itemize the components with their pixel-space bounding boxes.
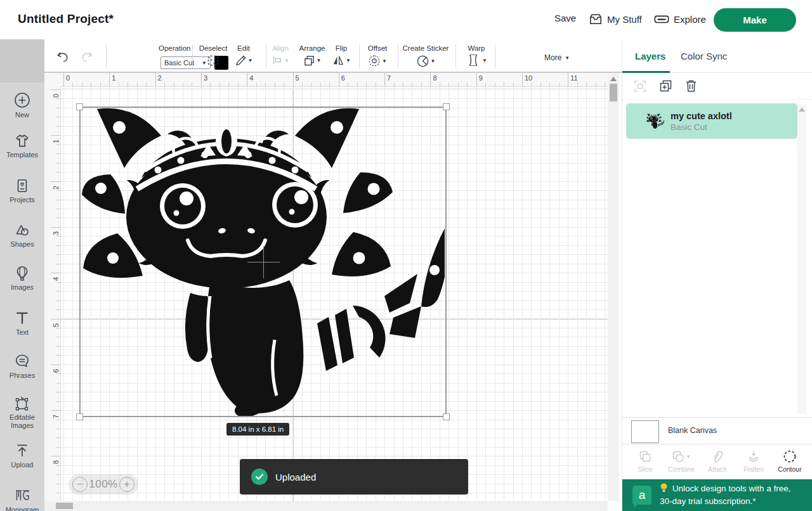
save-button[interactable]: Save: [554, 13, 576, 23]
crosshair-cursor: [247, 246, 280, 278]
layer-tools-row: Slice ▼ Combine Attach Flatten: [622, 444, 812, 479]
ruler-tick: [265, 82, 266, 86]
create-sticker-button[interactable]: Create Sticker ▼: [397, 39, 454, 68]
sidebar-item-shapes[interactable]: Shapes: [0, 222, 44, 249]
inbox-icon: [589, 13, 603, 25]
tab-layers[interactable]: Layers: [635, 51, 665, 61]
h-ruler-number: 11: [570, 74, 577, 82]
offset-icon: [368, 55, 381, 67]
ruler-tick: [247, 73, 247, 86]
ruler-tick: [56, 200, 60, 200]
explore-button[interactable]: Explore: [654, 13, 706, 25]
ruler-tick: [91, 82, 91, 86]
plus-circle-icon: [0, 91, 44, 109]
warp-button[interactable]: Warp ▼: [458, 39, 495, 66]
attach-button: Attach: [701, 444, 734, 479]
blank-canvas-swatch[interactable]: [631, 420, 659, 443]
ruler-tick: [605, 82, 605, 86]
v-ruler-number: 7: [52, 411, 60, 422]
ruler-tick: [56, 328, 60, 328]
check-circle-icon: [251, 469, 268, 485]
v-ruler-number: 6: [52, 366, 60, 376]
ruler-tick: [56, 437, 60, 438]
uploaded-toast: Uploaded: [240, 459, 468, 495]
tab-color-sync[interactable]: Color Sync: [681, 51, 727, 61]
speech-bubble-icon: [0, 353, 44, 370]
edit-button[interactable]: Edit ▼: [226, 39, 261, 67]
zoom-out-button[interactable]: −: [72, 477, 88, 492]
sidebar-item-new[interactable]: New: [0, 91, 44, 119]
contour-button[interactable]: Contour: [773, 444, 806, 479]
ruler-tick: [596, 82, 596, 86]
sidebar-item-monogram[interactable]: Monogram: [0, 488, 44, 511]
panel-scrollbar[interactable]: [797, 103, 806, 414]
project-card-icon: [0, 178, 44, 194]
duplicate-icon[interactable]: [659, 79, 672, 93]
ruler-tick: [100, 82, 101, 86]
ruler-tick: [128, 82, 128, 86]
layer-row[interactable]: my cute axlotl Basic Cut: [626, 103, 797, 139]
ruler-tick: [51, 365, 60, 365]
ruler-tick: [366, 82, 367, 86]
ruler-tick: [155, 73, 156, 86]
trash-icon[interactable]: [685, 79, 697, 93]
ruler-tick: [137, 82, 138, 86]
canvas-vertical-scrollbar[interactable]: [608, 73, 619, 501]
ruler-tick: [56, 373, 60, 374]
operation-label: Operation: [159, 44, 191, 52]
ruler-tick: [586, 82, 587, 86]
upload-arrow-icon: [0, 443, 44, 459]
ruler-tick: [513, 82, 514, 86]
project-title: Untitled Project*: [18, 12, 114, 26]
h-ruler-number: 7: [387, 74, 391, 82]
sidebar-item-upload[interactable]: Upload: [0, 443, 44, 469]
ruler-tick: [219, 82, 220, 86]
zoom-control: − 100% +: [69, 474, 138, 495]
ruler-tick: [504, 82, 504, 86]
ruler-tick: [119, 82, 119, 86]
v-ruler-number: 1: [52, 136, 60, 146]
flip-button[interactable]: Flip ▼: [325, 39, 358, 66]
ruler-tick: [357, 82, 358, 86]
ruler-tick: [56, 282, 60, 283]
ruler-tick: [56, 474, 60, 475]
sidebar-item-projects[interactable]: Projects: [0, 178, 44, 204]
v-ruler-number: 2: [52, 183, 60, 193]
ruler-tick: [56, 309, 60, 310]
canvas-horizontal-scrollbar[interactable]: [44, 501, 608, 511]
vertical-scroll-thumb[interactable]: [610, 84, 617, 101]
h-ruler-number: 2: [158, 74, 162, 82]
ruler-tick: [164, 82, 165, 86]
ruler-tick: [458, 82, 459, 86]
canvas-area[interactable]: 01234567891011 012345678: [44, 73, 608, 501]
combine-button: ▼ Combine: [665, 444, 698, 479]
undo-icon[interactable]: [56, 51, 70, 63]
tshirt-icon: [0, 133, 44, 149]
sidebar-item-templates[interactable]: Templates: [0, 133, 44, 159]
redo-icon[interactable]: [80, 51, 94, 63]
make-button[interactable]: Make: [714, 8, 796, 32]
ruler-tick: [522, 73, 523, 86]
trial-banner[interactable]: a Unlock design tools with a free, 30-da…: [622, 479, 812, 511]
sidebar-item-text[interactable]: Text: [0, 310, 44, 337]
contour-icon: [773, 449, 806, 464]
sidebar-item-editable-images[interactable]: Editable Images: [0, 395, 44, 430]
scroll-up-arrow-icon[interactable]: [610, 77, 617, 81]
h-ruler-number: 8: [433, 74, 436, 82]
more-button[interactable]: More ▼: [544, 53, 570, 62]
v-ruler-number: 0: [52, 91, 60, 101]
offset-button[interactable]: Offset ▼: [359, 39, 396, 67]
ruler-tick: [56, 117, 60, 117]
my-stuff-button[interactable]: My Stuff: [589, 13, 642, 25]
scroll-up-arrow-icon[interactable]: [799, 107, 805, 112]
sidebar-item-images[interactable]: Images: [0, 265, 44, 292]
select-all-icon: [634, 80, 646, 93]
ruler-tick: [348, 82, 348, 86]
chevron-down-icon: ▼: [482, 58, 487, 63]
ruler-tick: [56, 447, 60, 448]
ruler-tick: [56, 484, 60, 484]
zoom-in-button[interactable]: +: [119, 477, 134, 492]
horizontal-scroll-thumb[interactable]: [56, 503, 73, 509]
sidebar-item-phrases[interactable]: Phrases: [0, 353, 44, 380]
layer-name: my cute axlotl: [671, 111, 732, 121]
